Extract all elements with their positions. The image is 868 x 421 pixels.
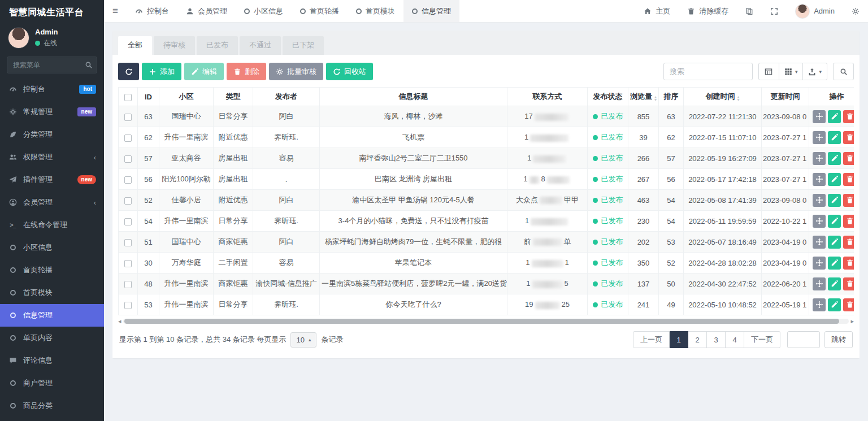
- row-checkbox[interactable]: [124, 218, 132, 225]
- sidebar-item-home-carousel[interactable]: 首页轮播: [0, 259, 104, 281]
- page-size-select[interactable]: 10 ▴: [290, 332, 316, 348]
- export-button[interactable]: ▾: [803, 63, 827, 80]
- move-button[interactable]: [813, 277, 826, 290]
- admin-menu[interactable]: Admin: [787, 0, 843, 22]
- tab-all[interactable]: 全部: [118, 36, 152, 55]
- sidebar-item-goods-categories[interactable]: 商品分类: [0, 394, 104, 417]
- row-checkbox[interactable]: [124, 114, 132, 121]
- move-button[interactable]: [813, 257, 826, 270]
- table-search-input[interactable]: [663, 63, 753, 80]
- sidebar-item-community-info[interactable]: 小区信息: [0, 236, 104, 259]
- sidebar-item-single-page[interactable]: 单页内容: [0, 327, 104, 349]
- detail-view-button[interactable]: [758, 63, 779, 80]
- move-button[interactable]: [813, 173, 826, 186]
- delete-row-button[interactable]: [843, 215, 854, 228]
- recycle-bin-button[interactable]: 回收站: [326, 63, 373, 80]
- delete-row-button[interactable]: [843, 298, 854, 311]
- add-button[interactable]: 添加: [142, 63, 181, 80]
- topbar-tab-modules[interactable]: 首页模块: [348, 0, 403, 22]
- home-link[interactable]: 主页: [635, 0, 679, 22]
- delete-row-button[interactable]: [843, 257, 854, 270]
- next-page-button[interactable]: 下一页: [744, 331, 780, 348]
- edit-row-button[interactable]: [828, 152, 841, 165]
- clear-cache-button[interactable]: 清除缓存: [679, 0, 737, 22]
- topbar-tab-info[interactable]: 信息管理: [403, 0, 459, 22]
- sidebar-item-merchants[interactable]: 商户管理: [0, 372, 104, 394]
- settings-button[interactable]: [843, 0, 868, 22]
- scroll-right-icon[interactable]: ▸: [850, 318, 854, 324]
- jump-page-input[interactable]: [787, 331, 820, 348]
- row-checkbox[interactable]: [124, 155, 132, 163]
- column-header[interactable]: 浏览量▴▾: [628, 88, 659, 106]
- edit-row-button[interactable]: [828, 215, 841, 228]
- row-checkbox[interactable]: [124, 176, 132, 184]
- topbar-tab-communities[interactable]: 小区信息: [236, 0, 292, 22]
- topbar-tab-members[interactable]: 会员管理: [177, 0, 236, 22]
- page-button-4[interactable]: 4: [726, 331, 744, 348]
- jump-button[interactable]: 跳转: [824, 331, 853, 348]
- column-header[interactable]: 创建时间▴▾: [684, 88, 762, 106]
- delete-row-button[interactable]: [843, 194, 854, 207]
- delete-row-button[interactable]: [843, 152, 854, 165]
- topbar-tab-console[interactable]: 控制台: [127, 0, 177, 22]
- row-checkbox[interactable]: [124, 260, 132, 267]
- move-button[interactable]: [813, 194, 826, 207]
- sidebar-item-categories[interactable]: 分类管理: [0, 123, 104, 146]
- edit-row-button[interactable]: [828, 173, 841, 186]
- page-button-1[interactable]: 1: [670, 331, 688, 348]
- menu-search-input[interactable]: [7, 57, 97, 73]
- topbar-tab-carousel[interactable]: 首页轮播: [292, 0, 348, 22]
- tab-rejected[interactable]: 不通过: [240, 36, 281, 55]
- edit-row-button[interactable]: [828, 277, 841, 290]
- sidebar-item-home-modules[interactable]: 首页模块: [0, 281, 104, 304]
- delete-row-button[interactable]: [843, 277, 854, 290]
- tab-pending[interactable]: 待审核: [154, 36, 195, 55]
- move-button[interactable]: [813, 152, 826, 165]
- move-button[interactable]: [813, 110, 826, 123]
- delete-row-button[interactable]: [843, 110, 854, 123]
- scroll-left-icon[interactable]: ◂: [118, 318, 121, 324]
- scrollbar-thumb[interactable]: [124, 319, 840, 324]
- delete-button[interactable]: 删除: [227, 63, 266, 80]
- edit-row-button[interactable]: [828, 236, 841, 249]
- sidebar-item-comments[interactable]: 评论信息: [0, 349, 104, 372]
- delete-row-button[interactable]: [843, 236, 854, 249]
- edit-row-button[interactable]: [828, 110, 841, 123]
- fullscreen-button[interactable]: [762, 0, 787, 22]
- edit-row-button[interactable]: [828, 298, 841, 311]
- move-button[interactable]: [813, 215, 826, 228]
- edit-row-button[interactable]: [828, 131, 841, 144]
- batch-review-button[interactable]: 批量审核: [269, 63, 323, 80]
- sidebar-item-general[interactable]: 常规管理new: [0, 101, 104, 123]
- sidebar-item-plugins[interactable]: 插件管理new: [0, 168, 104, 191]
- pages-button[interactable]: [737, 0, 762, 22]
- search-toggle-button[interactable]: [833, 63, 854, 80]
- delete-row-button[interactable]: [843, 131, 854, 144]
- sidebar-item-online-command[interactable]: >_在线命令管理: [0, 214, 104, 236]
- sidebar-item-info-manage[interactable]: 信息管理: [0, 304, 104, 327]
- avatar[interactable]: [8, 27, 29, 49]
- edit-row-button[interactable]: [828, 257, 841, 270]
- edit-row-button[interactable]: [828, 194, 841, 207]
- row-checkbox[interactable]: [124, 134, 132, 142]
- row-checkbox[interactable]: [124, 281, 132, 288]
- move-button[interactable]: [813, 236, 826, 249]
- horizontal-scrollbar[interactable]: ◂ ▸: [118, 318, 854, 324]
- row-checkbox[interactable]: [124, 197, 132, 205]
- move-button[interactable]: [813, 298, 826, 311]
- page-button-2[interactable]: 2: [688, 331, 707, 348]
- sidebar-item-permissions[interactable]: 权限管理‹: [0, 146, 104, 168]
- edit-button[interactable]: 编辑: [184, 63, 224, 80]
- tab-published[interactable]: 已发布: [197, 36, 238, 55]
- hamburger-button[interactable]: ≡: [104, 0, 127, 22]
- delete-row-button[interactable]: [843, 173, 854, 186]
- tab-removed[interactable]: 已下架: [283, 36, 324, 55]
- select-all-checkbox[interactable]: [124, 94, 132, 101]
- columns-button[interactable]: ▾: [779, 63, 804, 80]
- sidebar-item-members[interactable]: 会员管理‹: [0, 191, 104, 214]
- sidebar-item-console[interactable]: 控制台hot: [0, 78, 104, 101]
- refresh-button[interactable]: [118, 63, 139, 80]
- row-checkbox[interactable]: [124, 302, 132, 309]
- move-button[interactable]: [813, 131, 826, 144]
- row-checkbox[interactable]: [124, 239, 132, 246]
